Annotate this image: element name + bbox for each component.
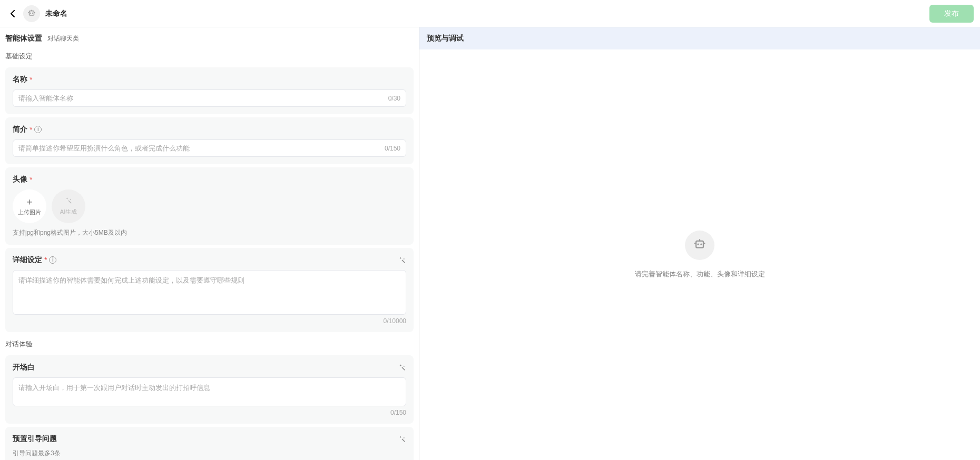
upload-label: 上传图片 bbox=[18, 208, 41, 216]
publish-button[interactable]: 发布 bbox=[929, 5, 974, 23]
back-button[interactable] bbox=[6, 7, 19, 20]
panel-title: 智能体设置 bbox=[5, 34, 42, 43]
avatar-label: 头像 bbox=[13, 175, 27, 184]
intro-label: 简介 bbox=[13, 125, 27, 134]
opening-card: 开场白 0/150 bbox=[5, 355, 414, 424]
name-label: 名称 bbox=[13, 75, 27, 84]
intro-input[interactable] bbox=[13, 140, 385, 156]
required-mark: * bbox=[30, 125, 32, 134]
ai-gen-label: AI生成 bbox=[60, 208, 77, 216]
info-icon[interactable]: i bbox=[49, 256, 56, 264]
ai-generate-button[interactable]: AI生成 bbox=[52, 189, 85, 223]
preview-panel: 预览与调试 请完善智能体名称、功能、头像和详细设定 bbox=[419, 27, 980, 460]
preview-bot-icon bbox=[685, 231, 714, 260]
preview-title: 预览与调试 bbox=[419, 27, 980, 49]
detail-label: 详细设定 bbox=[13, 255, 42, 265]
magic-wand-icon bbox=[65, 197, 72, 206]
detail-textarea[interactable] bbox=[13, 271, 406, 313]
preview-empty-hint: 请完善智能体名称、功能、头像和详细设定 bbox=[635, 269, 765, 279]
opening-textarea[interactable] bbox=[13, 378, 406, 404]
ai-enhance-icon[interactable] bbox=[398, 256, 406, 264]
preset-questions-card: 预置引导问题 引导问题最多3条 bbox=[5, 427, 414, 460]
preset-questions-hint: 引导问题最多3条 bbox=[13, 449, 406, 458]
avatar-card: 头像* ＋ 上传图片 AI生成 支持jpg和png格式图片，大小5MB及以内 bbox=[5, 167, 414, 245]
avatar-hint: 支持jpg和png格式图片，大小5MB及以内 bbox=[13, 228, 406, 237]
opening-label: 开场白 bbox=[13, 363, 35, 372]
ai-enhance-icon[interactable] bbox=[398, 435, 406, 443]
upload-image-button[interactable]: ＋ 上传图片 bbox=[13, 189, 46, 223]
intro-counter: 0/150 bbox=[385, 145, 406, 152]
name-card: 名称* 0/30 bbox=[5, 67, 414, 114]
name-counter: 0/30 bbox=[388, 95, 406, 102]
bot-avatar-icon bbox=[23, 5, 40, 22]
plus-icon: ＋ bbox=[25, 197, 34, 206]
detail-card: 详细设定* i 0/10000 bbox=[5, 248, 414, 332]
intro-card: 简介* i 0/150 bbox=[5, 117, 414, 164]
required-mark: * bbox=[30, 175, 32, 184]
preset-questions-label: 预置引导问题 bbox=[13, 434, 57, 444]
opening-counter: 0/150 bbox=[13, 406, 406, 416]
info-icon[interactable]: i bbox=[34, 126, 42, 133]
chat-section-label: 对话体验 bbox=[0, 335, 419, 352]
name-input[interactable] bbox=[13, 90, 388, 106]
detail-counter: 0/10000 bbox=[13, 315, 406, 325]
basic-section-label: 基础设定 bbox=[0, 47, 419, 64]
panel-subtitle: 对话聊天类 bbox=[47, 34, 79, 43]
required-mark: * bbox=[44, 256, 47, 264]
ai-enhance-icon[interactable] bbox=[398, 363, 406, 372]
app-title: 未命名 bbox=[45, 9, 67, 18]
required-mark: * bbox=[30, 75, 32, 84]
settings-panel: 智能体设置 对话聊天类 基础设定 名称* 0/30 简介* i 0/150 bbox=[0, 27, 419, 460]
